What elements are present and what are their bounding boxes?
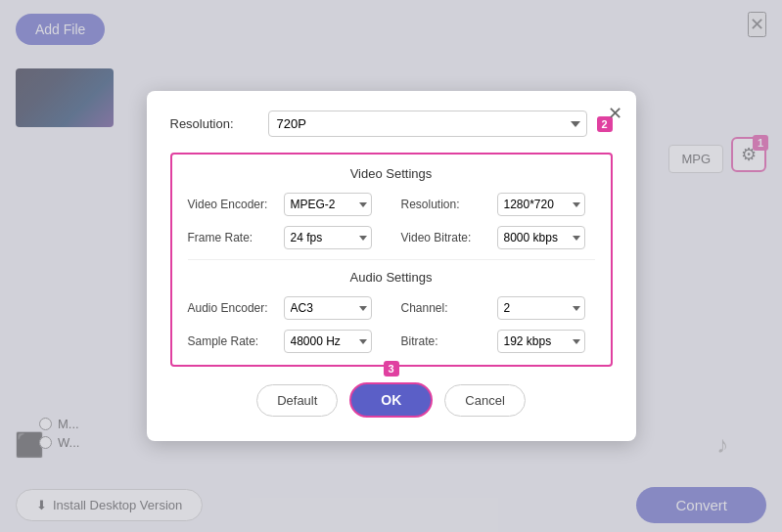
- frame-rate-select[interactable]: 24 fps: [284, 226, 372, 249]
- channel-label: Channel:: [401, 301, 489, 315]
- modal-close-button[interactable]: ✕: [608, 103, 622, 124]
- video-bitrate-row: Video Bitrate: 8000 kbps: [401, 226, 595, 249]
- frame-rate-label: Frame Rate:: [188, 231, 276, 244]
- video-bitrate-label: Video Bitrate:: [401, 231, 489, 244]
- settings-divider: [188, 259, 595, 260]
- ok-button[interactable]: OK: [349, 382, 433, 418]
- video-bitrate-select[interactable]: 8000 kbps: [497, 226, 585, 249]
- cancel-button[interactable]: Cancel: [444, 384, 525, 417]
- settings-box: Video Settings Video Encoder: MPEG-2 Res…: [170, 153, 613, 367]
- sample-rate-row: Sample Rate: 48000 Hz: [188, 330, 382, 353]
- video-encoder-label: Video Encoder:: [188, 198, 276, 211]
- resolution-field-row: Resolution: 1280*720: [401, 193, 595, 216]
- resolution-field-label: Resolution:: [401, 198, 489, 211]
- bitrate-row: Bitrate: 192 kbps: [401, 330, 595, 353]
- audio-encoder-label: Audio Encoder:: [188, 301, 276, 315]
- modal-overlay: ✕ Resolution: 720P 1080P 480P 360P 2 Vid…: [0, 0, 782, 532]
- bitrate-label: Bitrate:: [401, 334, 489, 348]
- resolution-row: Resolution: 720P 1080P 480P 360P 2: [170, 111, 613, 137]
- audio-encoder-row: Audio Encoder: AC3: [188, 296, 382, 320]
- channel-select[interactable]: 2: [497, 296, 585, 320]
- bitrate-select[interactable]: 192 kbps: [497, 330, 585, 353]
- settings-modal: ✕ Resolution: 720P 1080P 480P 360P 2 Vid…: [147, 91, 636, 441]
- modal-badge-3: 3: [384, 361, 399, 377]
- resolution-field-select[interactable]: 1280*720: [497, 193, 585, 216]
- video-settings-grid: Video Encoder: MPEG-2 Resolution: 1280*7…: [188, 193, 595, 249]
- video-settings-title: Video Settings: [188, 166, 595, 181]
- video-encoder-select[interactable]: MPEG-2: [284, 193, 372, 216]
- video-encoder-row: Video Encoder: MPEG-2: [188, 193, 382, 216]
- channel-row: Channel: 2: [401, 296, 595, 320]
- sample-rate-select[interactable]: 48000 Hz: [284, 330, 372, 353]
- resolution-select[interactable]: 720P 1080P 480P 360P: [268, 111, 587, 137]
- audio-encoder-select[interactable]: AC3: [284, 296, 372, 320]
- frame-rate-row: Frame Rate: 24 fps: [188, 226, 382, 249]
- modal-button-row: 3 Default OK Cancel: [170, 382, 613, 418]
- sample-rate-label: Sample Rate:: [188, 334, 276, 348]
- audio-settings-grid: Audio Encoder: AC3 Channel: 2 Sample Rat…: [188, 296, 595, 353]
- resolution-label: Resolution:: [170, 116, 258, 131]
- audio-settings-title: Audio Settings: [188, 270, 595, 285]
- default-button[interactable]: Default: [256, 384, 338, 417]
